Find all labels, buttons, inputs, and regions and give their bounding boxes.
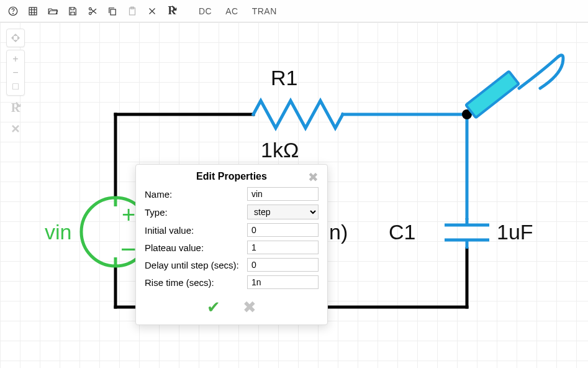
dialog-ok-button[interactable]: ✔ [207, 298, 220, 317]
grid-icon[interactable] [25, 3, 41, 19]
simulate-ac-button[interactable]: AC [220, 3, 243, 19]
field-name-label: Name: [145, 189, 247, 200]
c1-value: 1uF [497, 220, 533, 244]
field-initial-input[interactable] [247, 223, 319, 237]
schematic-canvas[interactable]: + − □ R↘ [0, 22, 588, 368]
field-type-select[interactable]: step [247, 205, 319, 219]
field-name-input[interactable] [247, 187, 319, 201]
c1-label: C1 [389, 220, 415, 244]
r1-label: R1 [271, 66, 297, 90]
delete-icon[interactable] [144, 3, 160, 19]
svg-point-1 [13, 13, 14, 14]
field-type-label: Type: [145, 207, 247, 218]
top-toolbar: R↘ DC AC TRAN [0, 0, 588, 22]
field-rise-label: Rise time (secs): [145, 277, 247, 288]
dialog-title: Edit Properties [196, 171, 267, 182]
r1-value: 1kΩ [261, 138, 299, 162]
field-delay-input[interactable] [247, 258, 319, 272]
vin-minus-sign: − [120, 234, 137, 265]
vin-label: vin [45, 220, 71, 244]
svg-rect-2 [29, 7, 37, 15]
cut-icon[interactable] [84, 3, 101, 19]
field-plateau-input[interactable] [247, 241, 319, 254]
vin-plus-sign: + [122, 201, 135, 228]
help-icon[interactable] [5, 3, 21, 19]
dialog-close-icon[interactable]: ✖ [308, 171, 319, 183]
svg-rect-9 [466, 71, 518, 118]
dialog-cancel-button[interactable]: ✖ [243, 298, 256, 317]
svg-rect-5 [111, 9, 115, 15]
rotate-icon[interactable]: R↘ [164, 3, 180, 19]
simulate-dc-button[interactable]: DC [194, 3, 217, 19]
open-folder-icon[interactable] [45, 3, 61, 19]
obscured-label: n) [329, 220, 348, 244]
save-icon[interactable] [65, 3, 81, 19]
edit-properties-dialog: Edit Properties ✖ Name: Type: step Initi… [135, 164, 328, 325]
field-plateau-label: Plateau value: [145, 242, 247, 253]
field-delay-label: Delay until step (secs): [145, 260, 247, 270]
field-initial-label: Initial value: [145, 225, 247, 236]
paste-icon [124, 3, 140, 19]
simulate-tran-button[interactable]: TRAN [247, 3, 282, 19]
field-rise-input[interactable] [247, 275, 319, 289]
copy-icon[interactable] [104, 3, 120, 19]
